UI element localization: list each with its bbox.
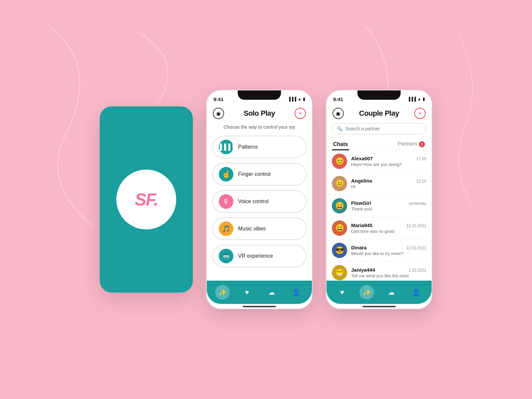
avatar-angelina: 😐	[332, 176, 347, 191]
chat-time-flowgirl: yesterday	[409, 201, 426, 206]
splash-phone: SF.	[100, 106, 193, 293]
chat-message-alexa: Heys! How are you doing?	[351, 162, 426, 167]
cloud-icon: ☁	[268, 288, 275, 296]
finger-control-option[interactable]: ☝ Finger control	[212, 163, 307, 186]
chat-time-angelina: 13:10	[416, 179, 426, 184]
battery-icon: ▮	[303, 97, 305, 101]
finger-icon: ☝	[222, 170, 231, 179]
solo-nav-heart[interactable]: ♥	[240, 285, 254, 300]
chat-item-dinara[interactable]: 😎 Dinara 12.10.2021 Would you like to tr…	[327, 239, 432, 262]
notch	[238, 90, 281, 100]
status-time: 9:41	[213, 96, 223, 102]
profile-button[interactable]: ◉	[213, 108, 224, 119]
splash-logo: SF.	[135, 190, 158, 209]
chat-item-flowgirl[interactable]: 😀 FlowGirl yesterday Thank you!	[327, 195, 432, 217]
chat-message-maria: Last time was so good	[351, 229, 426, 234]
tab-chats[interactable]: Chats	[332, 139, 349, 150]
subtitle-text: Choose the way to control your toy	[212, 124, 307, 130]
add-button[interactable]: +	[295, 108, 306, 119]
voice-label: Voice control	[238, 199, 269, 204]
couple-nav-cloud[interactable]: ☁	[384, 285, 399, 300]
couple-status-icons: ▐▐▐ ▲ ▮	[408, 97, 425, 101]
chat-name-janiya: Janiya444	[351, 267, 375, 273]
plus-icon: +	[299, 110, 302, 116]
phones-container: SF. 9:41 ▐▐▐ ▲ ▮ ◉ Solo Play + Choose th…	[100, 90, 432, 309]
music-vibes-option[interactable]: 🎵 Music vibes	[212, 217, 307, 240]
avatar-alexa: 😊	[332, 154, 347, 169]
solo-content: Choose the way to control your toy ▐▐▐▐ …	[207, 123, 312, 281]
chat-name-row-flowgirl: FlowGirl yesterday	[351, 200, 426, 206]
couple-wifi-icon: ▲	[417, 97, 421, 101]
chat-item-maria[interactable]: 😄 Maria945 12.10.2021 Last time was so g…	[327, 217, 432, 239]
couple-bottom-nav: ♥ ✨ ☁ 👤	[327, 281, 432, 304]
couple-cloud-icon: ☁	[388, 288, 395, 296]
chat-item-alexa[interactable]: 😊 Alexa007 17:35 Heys! How are you doing…	[327, 150, 432, 173]
profile-icon: ◉	[216, 110, 221, 117]
chat-name-angelina: Angelina	[351, 178, 372, 184]
vr-option[interactable]: 🥽 VR experience	[212, 245, 307, 267]
chat-info-dinara: Dinara 12.10.2021 Would you like to try …	[351, 245, 426, 256]
couple-nav-sparkle[interactable]: ✨	[359, 285, 374, 300]
chat-info-alexa: Alexa007 17:35 Heys! How are you doing?	[351, 156, 426, 167]
chat-list: 😊 Alexa007 17:35 Heys! How are you doing…	[327, 150, 432, 281]
chat-item-angelina[interactable]: 😐 Angelina 13:10 Hi	[327, 173, 432, 195]
couple-nav-profile[interactable]: 👤	[409, 285, 423, 300]
chat-name-row-dinara: Dinara 12.10.2021	[351, 245, 426, 250]
search-bar[interactable]: 🔍	[332, 123, 426, 134]
search-input[interactable]	[345, 126, 421, 131]
couple-heart-icon: ♥	[340, 289, 344, 296]
chat-info-angelina: Angelina 13:10 Hi	[351, 178, 426, 189]
voice-control-option[interactable]: 🎙 Voice control	[212, 190, 307, 213]
solo-bottom-nav: ✨ ♥ ☁ 👤	[207, 281, 312, 304]
chat-name-row-angelina: Angelina 13:10	[351, 178, 426, 184]
vr-icon: 🥽	[222, 252, 230, 260]
chat-time-janiya: 1.10.2021	[409, 268, 426, 273]
avatar-dinara: 😎	[332, 243, 347, 258]
chat-time-dinara: 12.10.2021	[406, 246, 426, 250]
search-icon: 🔍	[337, 126, 342, 131]
couple-status-time: 9:41	[333, 96, 343, 102]
chat-message-janiya: Tell me what you like the most	[351, 273, 426, 278]
couple-sparkle-icon: ✨	[363, 288, 371, 296]
couple-add-button[interactable]: +	[414, 108, 426, 119]
splash-circle: SF.	[116, 170, 176, 229]
home-bar	[243, 306, 276, 307]
chat-name-maria: Maria945	[351, 222, 372, 228]
couple-profile-button[interactable]: ◉	[332, 108, 344, 119]
chat-info-flowgirl: FlowGirl yesterday Thank you!	[351, 200, 426, 211]
tab-partners[interactable]: Partners3	[396, 138, 426, 150]
chat-message-flowgirl: Thank you!	[351, 206, 426, 211]
solo-nav-home[interactable]: ✨	[215, 285, 230, 300]
person-icon: 👤	[292, 288, 301, 296]
finger-icon-circle: ☝	[219, 167, 233, 182]
couple-home-bar	[362, 306, 396, 307]
tabs-row: Chats Partners3	[327, 138, 432, 150]
voice-icon: 🎙	[223, 198, 229, 205]
chat-name-dinara: Dinara	[351, 245, 367, 250]
couple-person-icon: 👤	[412, 288, 420, 296]
partners-badge: 3	[419, 141, 425, 147]
heart-icon: ♥	[245, 289, 249, 296]
chat-name-flowgirl: FlowGirl	[351, 200, 371, 206]
chat-time-alexa: 17:35	[416, 157, 426, 161]
solo-nav-cloud[interactable]: ☁	[264, 285, 279, 300]
chat-name-alexa: Alexa007	[351, 156, 373, 161]
patterns-option[interactable]: ▐▐▐▐ Patterns	[212, 136, 307, 158]
couple-profile-icon: ◉	[336, 110, 340, 117]
patterns-icon: ▐▐▐▐	[218, 144, 235, 151]
couple-nav-heart[interactable]: ♥	[335, 285, 349, 300]
vr-label: VR experience	[238, 253, 273, 259]
chat-item-janiya[interactable]: 😁 Janiya444 1.10.2021 Tell me what you l…	[327, 262, 432, 281]
couple-notch	[357, 90, 401, 100]
couple-battery-icon: ▮	[423, 97, 425, 101]
music-label: Music vibes	[238, 226, 266, 232]
solo-nav-profile[interactable]: 👤	[289, 285, 304, 300]
solo-phone: 9:41 ▐▐▐ ▲ ▮ ◉ Solo Play + Choose the wa…	[206, 90, 313, 309]
wifi-icon: ▲	[298, 97, 302, 101]
solo-header: ◉ Solo Play +	[207, 105, 312, 123]
couple-title: Couple Play	[359, 109, 399, 118]
chat-name-row-janiya: Janiya444 1.10.2021	[351, 267, 426, 273]
patterns-icon-circle: ▐▐▐▐	[219, 140, 233, 154]
avatar-janiya: 😁	[332, 265, 347, 280]
couple-signal-icon: ▐▐▐	[408, 97, 416, 101]
